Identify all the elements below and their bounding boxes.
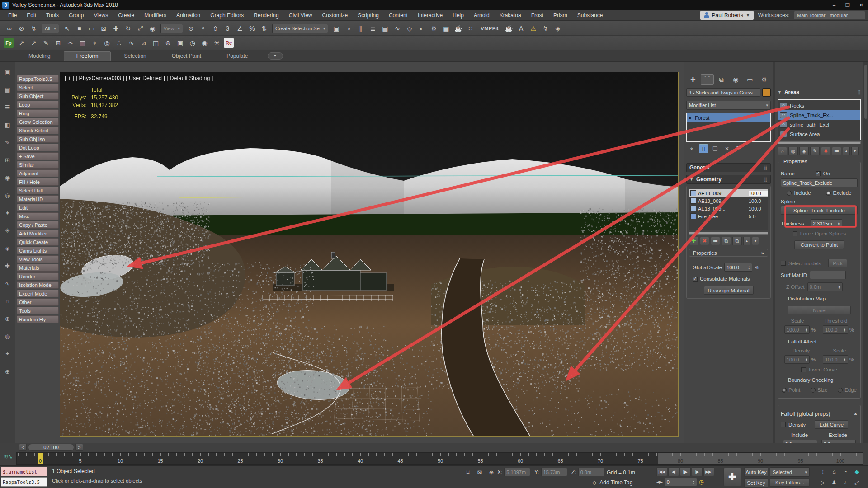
timeline-ruler[interactable]: 0510152025303540455055606570758085909510… xyxy=(16,452,863,465)
named-selection-dropdown[interactable]: Create Selection Se xyxy=(272,24,328,33)
camera-icon[interactable]: ◫ xyxy=(150,38,161,49)
previous-frame-button[interactable]: ◀| xyxy=(668,467,679,476)
next-frame-button[interactable]: |▶ xyxy=(692,467,703,476)
rappatools-button[interactable]: Other xyxy=(17,298,59,306)
clock-icon[interactable]: ◷ xyxy=(187,38,198,49)
rappatools-button[interactable]: + Save xyxy=(17,152,59,160)
hierarchy-tab-icon[interactable]: ⧉ xyxy=(715,74,728,85)
table-icon[interactable]: ▦ xyxy=(77,38,88,49)
menu-item[interactable]: Interactive xyxy=(413,12,447,19)
menu-item[interactable]: Krakatoa xyxy=(495,12,526,19)
display-tab-icon[interactable]: ▭ xyxy=(743,74,757,85)
menu-item[interactable]: Help xyxy=(448,12,468,19)
ribbon-tab[interactable]: Freeform xyxy=(64,51,111,61)
angle-snap-toggle-icon[interactable]: ∠ xyxy=(234,23,245,34)
dist-threshold-field[interactable]: 100.0 xyxy=(823,325,848,334)
spinner-icon[interactable] xyxy=(748,266,750,269)
sphere-icon[interactable]: ◉ xyxy=(3,173,12,182)
copy-item-icon[interactable]: ⧉ xyxy=(722,237,731,245)
move-up-icon[interactable]: ▲ xyxy=(743,237,750,245)
menu-item[interactable]: File xyxy=(4,12,21,19)
time-slider-value[interactable]: 0 / 100 xyxy=(28,444,74,451)
object-color-swatch[interactable] xyxy=(762,88,771,97)
key-selection-dropdown[interactable]: Selected xyxy=(770,467,810,477)
add-multiple-icon[interactable]: ≔ xyxy=(711,237,720,245)
remove-modifier-icon[interactable]: ✕ xyxy=(722,144,731,153)
viewport-layout-icon[interactable]: ▣ xyxy=(3,67,12,76)
select-and-move-icon[interactable]: ✚ xyxy=(110,23,122,34)
rectangular-selection-region-icon[interactable]: ▭ xyxy=(86,23,97,34)
viewport-scene[interactable] xyxy=(60,72,678,436)
rappatools-button[interactable]: Random Fly xyxy=(17,315,59,323)
zoom-all-icon[interactable]: ⌂ xyxy=(830,467,839,476)
previous-frame-slider-button[interactable]: < xyxy=(19,444,27,451)
maximize-button[interactable]: ❐ xyxy=(841,0,854,10)
bind-to-space-warp-icon[interactable]: ↯ xyxy=(28,23,39,34)
plugin-icon[interactable]: ◈ xyxy=(552,23,563,34)
rappatools-button[interactable]: Cams Lights xyxy=(17,247,59,254)
zoom-extents-icon[interactable]: ◔ xyxy=(841,467,850,476)
pencil-icon[interactable]: ✎ xyxy=(3,138,12,147)
menu-item[interactable]: Arnold xyxy=(469,12,494,19)
create-tab-icon[interactable]: ✚ xyxy=(686,74,700,85)
keyboard-shortcut-override-icon[interactable]: ⇧ xyxy=(210,23,221,34)
half-shade-icon[interactable]: ◧ xyxy=(3,120,12,129)
modify-tab-icon[interactable]: ⌒ xyxy=(701,74,714,85)
utilities-tab-icon[interactable]: ⚙ xyxy=(758,74,771,85)
modifier-stack-row[interactable]: ►Forest xyxy=(687,113,770,122)
bulb-icon[interactable]: ☀ xyxy=(211,38,222,49)
rappatools-button[interactable]: View Tools xyxy=(17,255,59,263)
target-icon[interactable]: ⌖ xyxy=(3,349,12,358)
properties-subrollout[interactable]: Properties» xyxy=(689,249,768,257)
expand-icon[interactable]: » xyxy=(761,250,764,256)
falloff-density-field[interactable]: 100.0 xyxy=(784,355,810,364)
ribbon-overflow-button[interactable]: ▼ xyxy=(268,52,283,60)
rappatools-button[interactable]: Edit xyxy=(17,204,59,211)
global-scale-field[interactable]: 100.0 xyxy=(724,263,752,272)
menu-item[interactable]: Modifiers xyxy=(140,12,171,19)
thickness-field[interactable]: 2.3315m xyxy=(811,219,842,228)
rappatools-button[interactable]: Expert Mode xyxy=(17,290,59,297)
boundary-edge-radio[interactable] xyxy=(838,388,843,393)
move-down-icon[interactable]: ▼ xyxy=(752,237,759,245)
schematic-view-icon[interactable]: ◇ xyxy=(404,23,415,34)
include-radio[interactable] xyxy=(787,191,792,196)
select-and-link-icon[interactable]: ∞ xyxy=(4,23,15,34)
modifier-list-dropdown[interactable]: Modifier List xyxy=(686,101,771,110)
geometry-list-scrollbar[interactable] xyxy=(689,232,768,235)
dist-scale-field[interactable]: 100.0 xyxy=(784,325,810,334)
object-name-field[interactable]: 9 - Sticks and Twigs in Grass xyxy=(686,88,760,97)
curve-icon[interactable]: ∿ xyxy=(3,279,12,288)
spinner-icon[interactable] xyxy=(838,222,840,225)
set-keys-button[interactable]: ✚ xyxy=(723,468,741,486)
lightning-icon[interactable]: ↯ xyxy=(540,23,551,34)
delete-geometry-icon[interactable]: ✖ xyxy=(700,237,709,245)
ribbon-tab[interactable]: Modeling xyxy=(16,52,63,61)
selection-filter-dropdown[interactable]: All xyxy=(42,24,59,33)
select-and-manipulate-icon[interactable]: ⌖ xyxy=(198,23,209,34)
grid-dots-icon[interactable]: ∷ xyxy=(465,23,476,34)
boundary-size-radio[interactable] xyxy=(811,388,816,393)
use-pivot-point-center-icon[interactable]: ⊙ xyxy=(185,23,197,34)
percent-snap-toggle-icon[interactable]: % xyxy=(246,23,258,34)
key-filters-button[interactable]: Key Filters... xyxy=(770,478,810,487)
configure-modifier-sets-icon[interactable]: ☰ xyxy=(734,144,743,153)
maxscript-listener-line1[interactable]: $.arnamelist xyxy=(1,467,47,476)
edit-named-selection-sets-icon[interactable]: ▣ xyxy=(330,23,342,34)
menu-item[interactable]: Substance xyxy=(573,12,608,19)
play-button[interactable]: ▶ xyxy=(680,467,691,476)
rappatools-button[interactable]: Misc xyxy=(17,212,59,220)
minimize-button[interactable]: – xyxy=(827,0,841,10)
rendered-frame-window-icon[interactable]: ▦ xyxy=(440,23,452,34)
rappatools-button[interactable]: Render xyxy=(17,272,59,280)
wave-icon[interactable]: ∿ xyxy=(126,38,137,49)
convert-to-paint-button[interactable]: Convert to Paint xyxy=(794,240,844,249)
rappatools-button[interactable]: Copy / Paste xyxy=(17,221,59,229)
arnold-icon[interactable]: A xyxy=(515,23,527,34)
selection-lock-toggle-icon[interactable]: ⊠ xyxy=(475,468,484,477)
current-frame-field[interactable]: 0 xyxy=(665,478,697,486)
render-teapot-icon[interactable]: ☕ xyxy=(503,23,514,34)
go-to-end-button[interactable]: ▶▶| xyxy=(703,467,714,476)
menu-item[interactable]: Prism xyxy=(549,12,572,19)
menu-item[interactable]: Animation xyxy=(172,12,205,19)
